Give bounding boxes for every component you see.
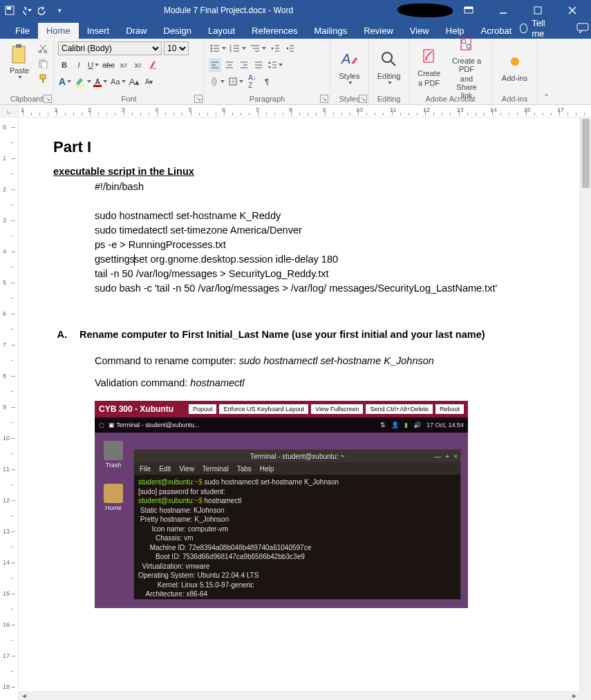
sort-icon[interactable]: A↓Z xyxy=(246,75,259,88)
redo-icon[interactable] xyxy=(37,5,48,16)
ribbon-display-icon[interactable] xyxy=(453,0,485,21)
svg-point-22 xyxy=(211,48,212,49)
tab-mailings[interactable]: Mailings xyxy=(306,23,356,39)
font-size-select[interactable]: 10 xyxy=(164,41,189,55)
editing-button[interactable]: Editing xyxy=(373,41,404,91)
subscript-button[interactable]: x2 xyxy=(118,58,130,72)
bold-button[interactable]: B xyxy=(58,58,71,72)
scroll-right-arrow[interactable]: ► xyxy=(569,691,580,700)
numbering-icon[interactable]: 123 xyxy=(229,41,247,55)
vertical-scrollbar[interactable] xyxy=(580,117,591,691)
collapse-ribbon-icon[interactable]: ⌃ xyxy=(538,39,554,104)
redacted-account xyxy=(397,3,453,17)
clear-format-icon[interactable] xyxy=(147,58,159,72)
tab-insert[interactable]: Insert xyxy=(79,23,118,39)
list-item-a: A. Rename computer to First Initial_Last… xyxy=(53,329,532,340)
paste-button[interactable]: Paste xyxy=(4,41,35,80)
text-effects-icon[interactable]: A xyxy=(58,75,72,88)
clipboard-launcher[interactable]: ↘ xyxy=(44,95,52,103)
svg-rect-3 xyxy=(465,7,473,9)
ribbon-tabs: File Home Insert Draw Design Layout Refe… xyxy=(0,21,591,39)
scroll-left-arrow[interactable]: ◄ xyxy=(19,691,30,700)
vm-keyboard-button: Enforce US Keyboard Layout xyxy=(219,404,308,414)
horizontal-scrollbar[interactable]: ◄ ► xyxy=(0,691,591,700)
svg-rect-8 xyxy=(577,23,588,30)
create-share-link-button[interactable]: Create a PDF and Share link xyxy=(446,32,487,101)
format-painter-icon[interactable] xyxy=(37,72,49,86)
multilevel-list-icon[interactable] xyxy=(249,41,267,55)
tab-review[interactable]: Review xyxy=(355,23,402,39)
justify-icon[interactable] xyxy=(252,58,265,72)
desktop-home-icon: Home xyxy=(102,484,125,511)
font-color-icon[interactable]: A xyxy=(94,75,108,88)
taskbar-window-button: ▣ Terminal - student@xubuntu... xyxy=(109,422,200,428)
tell-me-bulb-icon[interactable] xyxy=(520,23,527,33)
tab-draw[interactable]: Draw xyxy=(118,23,155,39)
addins-label: Add-ins xyxy=(502,74,527,82)
tab-view[interactable]: View xyxy=(402,23,438,39)
align-right-icon[interactable] xyxy=(238,58,250,72)
show-marks-icon[interactable]: ¶ xyxy=(261,75,273,88)
styles-button[interactable]: A Styles xyxy=(335,41,364,91)
bullets-icon[interactable] xyxy=(209,41,227,55)
qat-more-icon[interactable]: ▾ xyxy=(54,5,65,16)
strikethrough-button[interactable]: abc xyxy=(102,58,115,72)
tab-layout[interactable]: Layout xyxy=(200,23,243,39)
titlebar: ▾ Module 7 Final Project.docx - Word xyxy=(0,0,591,21)
shading-icon[interactable] xyxy=(209,75,225,88)
scrollbar-thumb[interactable] xyxy=(582,119,590,188)
align-left-icon[interactable] xyxy=(209,58,221,72)
svg-rect-9 xyxy=(12,46,25,63)
terminal-titlebar: Terminal - student@xubuntu: ~ —+× xyxy=(134,450,460,462)
group-editing: Editing Editing xyxy=(369,39,409,104)
increase-indent-icon[interactable] xyxy=(283,41,296,55)
group-clipboard: Paste Clipboard ↘ xyxy=(0,39,54,104)
borders-icon[interactable] xyxy=(227,75,244,88)
term-max-icon: + xyxy=(445,453,449,460)
cut-icon[interactable] xyxy=(37,41,49,55)
group-addins: Add-ins Add-ins xyxy=(492,39,538,104)
font-launcher[interactable]: ↘ xyxy=(194,95,203,103)
paragraph-launcher[interactable]: ↘ xyxy=(320,95,328,103)
tab-references[interactable]: References xyxy=(243,23,306,39)
grow-font-button[interactable]: A▴ xyxy=(129,75,141,88)
vm-header: CYB 300 - Xubuntu Popout Enforce US Keyb… xyxy=(95,401,468,417)
shrink-font-button[interactable]: A▾ xyxy=(143,75,156,88)
tab-design[interactable]: Design xyxy=(156,23,200,39)
ruler-corner: ∟ xyxy=(0,105,19,117)
save-icon[interactable] xyxy=(4,5,15,16)
highlight-icon[interactable] xyxy=(74,75,92,88)
heading-part-1: Part I xyxy=(53,138,532,156)
undo-icon[interactable] xyxy=(21,5,32,16)
copy-icon[interactable] xyxy=(37,57,49,70)
horizontal-ruler[interactable]: ∟ 112345678910111213141517 xyxy=(0,105,591,117)
tell-me-label[interactable]: Tell me xyxy=(532,18,552,39)
group-paragraph: 123 A↓Z ¶ Paragraph ↘ xyxy=(205,39,330,104)
minimize-button[interactable] xyxy=(487,0,519,21)
superscript-button[interactable]: x2 xyxy=(132,58,144,72)
styles-label: Styles xyxy=(339,72,360,80)
italic-button[interactable]: I xyxy=(73,58,85,72)
decrease-indent-icon[interactable] xyxy=(269,41,281,55)
line-spacing-icon[interactable] xyxy=(267,58,283,72)
svg-point-24 xyxy=(211,50,212,52)
addins-button[interactable]: Add-ins xyxy=(496,41,533,91)
create-pdf-button[interactable]: Create a PDF xyxy=(413,44,444,88)
font-family-select[interactable]: Calibri (Body) xyxy=(58,41,162,55)
vertical-ruler[interactable]: 0123456789101112131415161718 xyxy=(0,117,19,691)
tab-file[interactable]: File xyxy=(7,23,38,39)
svg-text:A: A xyxy=(341,51,350,66)
document-viewport[interactable]: Part I executable script in the Linux #!… xyxy=(19,117,580,691)
change-case-button[interactable]: Aa xyxy=(110,75,126,88)
ribbon: Paste Clipboard ↘ Calibri (Body) 10 B I … xyxy=(0,39,591,105)
styles-launcher[interactable]: ↘ xyxy=(359,95,367,103)
underline-button[interactable]: U xyxy=(87,58,100,72)
svg-text:3: 3 xyxy=(229,49,232,53)
comments-icon[interactable] xyxy=(576,23,589,34)
align-center-icon[interactable] xyxy=(223,58,236,72)
group-font-label: Font xyxy=(58,93,200,103)
tab-home[interactable]: Home xyxy=(38,23,79,39)
group-adobe-label: Adobe Acrobat xyxy=(413,93,487,103)
share-link-icon xyxy=(456,33,478,55)
list-marker: A. xyxy=(53,329,67,340)
